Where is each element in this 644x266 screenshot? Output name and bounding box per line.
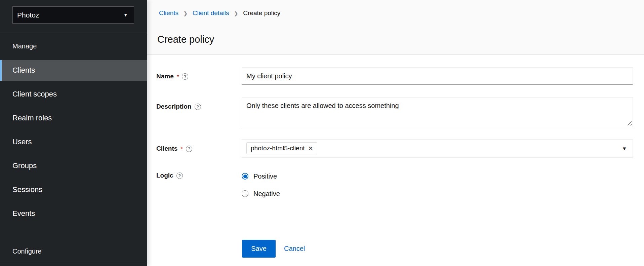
sidebar-nav: Clients Client scopes Realm roles Users … (0, 60, 147, 227)
sidebar: Photoz ▼ Manage Clients Client scopes Re… (0, 0, 147, 266)
logic-option-negative: Negative (242, 189, 280, 198)
logic-radio-negative-label[interactable]: Negative (253, 189, 280, 198)
description-label: Description (156, 102, 192, 111)
logic-option-positive: Positive (242, 172, 277, 181)
caret-down-icon: ▼ (123, 12, 128, 17)
breadcrumb-link-clients[interactable]: Clients (159, 9, 178, 17)
chip-remove-icon[interactable]: ✕ (309, 145, 313, 152)
description-field-label-row: Description ? (156, 102, 201, 111)
sidebar-divider (0, 262, 147, 262)
sidebar-item-users[interactable]: Users (0, 131, 147, 152)
sidebar-divider (0, 33, 147, 33)
client-chip: photoz-html5-client ✕ (246, 142, 317, 154)
breadcrumb-link-client-details[interactable]: Client details (193, 9, 229, 17)
clients-label: Clients (156, 144, 177, 153)
help-icon[interactable]: ? (186, 146, 192, 152)
name-label: Name (156, 72, 174, 81)
help-icon[interactable]: ? (195, 104, 201, 110)
required-indicator: * (177, 72, 179, 80)
page-header: Clients ❯ Client details ❯ Create policy… (147, 0, 644, 54)
clients-multiselect[interactable]: photoz-html5-client ✕ ▼ (242, 139, 633, 157)
name-input[interactable] (242, 67, 633, 85)
sidebar-item-clients[interactable]: Clients (0, 60, 147, 81)
breadcrumb-separator-icon: ❯ (234, 8, 238, 18)
save-button[interactable]: Save (242, 240, 276, 258)
client-chip-label: photoz-html5-client (251, 145, 305, 152)
sidebar-item-realm-roles[interactable]: Realm roles (0, 108, 147, 128)
sidebar-section-label-manage: Manage (12, 42, 37, 50)
logic-field-label-row: Logic ? (156, 171, 183, 180)
realm-selector-dropdown[interactable]: Photoz ▼ (12, 6, 134, 24)
logic-radio-positive[interactable] (242, 173, 248, 180)
breadcrumb-separator-icon: ❯ (184, 8, 188, 18)
sidebar-item-groups[interactable]: Groups (0, 155, 147, 176)
name-field-label-row: Name * ? (156, 72, 188, 81)
cancel-link[interactable]: Cancel (284, 244, 305, 253)
sidebar-section-label-configure: Configure (12, 247, 42, 256)
clients-field-label-row: Clients * ? (156, 144, 192, 153)
breadcrumb: Clients ❯ Client details ❯ Create policy (159, 8, 280, 18)
required-indicator: * (180, 145, 183, 153)
page-title: Create policy (157, 34, 214, 45)
sidebar-item-events[interactable]: Events (0, 203, 147, 224)
logic-radio-positive-label[interactable]: Positive (253, 172, 277, 181)
create-policy-form: Name * ? Description ? Only these client… (147, 54, 644, 266)
logic-radio-negative[interactable] (242, 190, 248, 197)
app-window: Photoz ▼ Manage Clients Client scopes Re… (0, 0, 644, 266)
main-area: Clients ❯ Client details ❯ Create policy… (147, 0, 644, 266)
description-field: Only these clients are allowed to access… (242, 97, 633, 127)
help-icon[interactable]: ? (182, 73, 188, 80)
help-icon[interactable]: ? (176, 173, 183, 179)
description-textarea[interactable]: Only these clients are allowed to access… (242, 97, 633, 127)
realm-selector-value: Photoz (17, 11, 39, 19)
sidebar-item-client-scopes[interactable]: Client scopes (0, 84, 147, 105)
breadcrumb-current-page: Create policy (243, 9, 280, 17)
logic-label: Logic (156, 171, 173, 180)
sidebar-item-sessions[interactable]: Sessions (0, 179, 147, 200)
caret-down-icon[interactable]: ▼ (622, 146, 627, 151)
